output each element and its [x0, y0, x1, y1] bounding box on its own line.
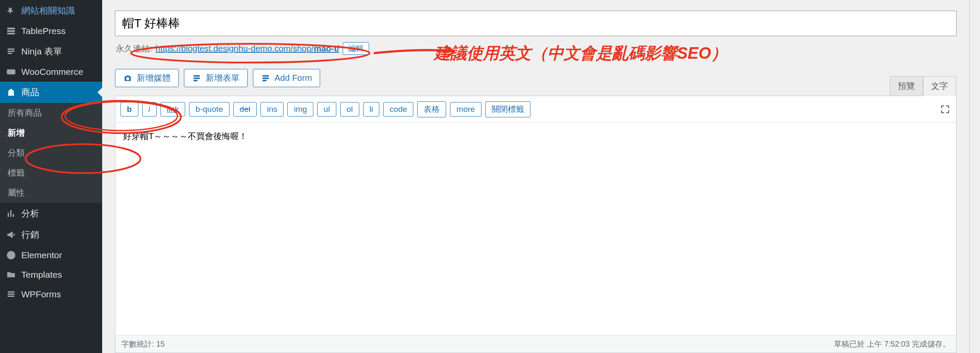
chart-icon: [6, 208, 16, 219]
toolbar-bold-button[interactable]: b: [120, 102, 138, 117]
permalink-row: 永久連結: https://blogtest.designhu-demo.com…: [116, 42, 956, 55]
editor-toolbar: b i link b-quote del ins img ul ol li co…: [115, 96, 956, 123]
toolbar-bquote-button[interactable]: b-quote: [189, 102, 229, 117]
svg-point-1: [7, 251, 15, 259]
sidebar-item-label: WPForms: [21, 289, 61, 299]
elementor-icon: [6, 250, 16, 260]
tab-text[interactable]: 文字: [923, 76, 956, 96]
sidebar-item-label: TablePress: [21, 26, 66, 36]
add-media-button[interactable]: 新增媒體: [115, 69, 179, 87]
toolbar-more-button[interactable]: more: [450, 102, 481, 117]
sidebar-item-label: 商品: [21, 86, 39, 98]
product-title-input[interactable]: [115, 11, 957, 36]
sidebar-item-label: Templates: [21, 270, 62, 280]
fullscreen-icon[interactable]: [939, 103, 951, 115]
save-status: 草稿已於 上午 7:52:03 完成儲存。: [834, 339, 950, 349]
camera-icon: [123, 74, 132, 83]
sidebar-item-label: 分析: [21, 208, 39, 219]
media-button-label: Add Form: [275, 73, 312, 83]
megaphone-icon: [6, 230, 16, 240]
media-buttons-row: 新增媒體 新增表單 Add Form: [115, 69, 957, 87]
table-icon: [6, 26, 16, 36]
tab-visual[interactable]: 預覽: [890, 76, 923, 96]
admin-sidebar: 網站相關知識 TablePress Ninja 表單 WooCommerce 商…: [0, 0, 102, 353]
sidebar-item-label: 網站相關知識: [21, 5, 75, 17]
permalink-slug: mao-t/: [314, 44, 339, 53]
sidebar-item-templates[interactable]: Templates: [0, 265, 102, 285]
media-button-label: 新增媒體: [137, 72, 171, 84]
sidebar-item-analytics[interactable]: 分析: [0, 203, 102, 224]
submenu-item-add-new[interactable]: 新增: [0, 123, 102, 143]
sidebar-item-label: WooCommerce: [21, 67, 83, 77]
list-icon: [6, 289, 16, 299]
sidebar-item-elementor[interactable]: Elementor: [0, 245, 102, 265]
sidebar-item-label: Ninja 表單: [21, 46, 62, 57]
editor: 預覽 文字 b i link b-quote del ins img ul ol…: [115, 96, 957, 353]
editor-status-bar: 字數統計: 15 草稿已於 上午 7:52:03 完成儲存。: [115, 335, 956, 353]
main-content: 永久連結: https://blogtest.designhu-demo.com…: [102, 0, 969, 353]
permalink-link[interactable]: https://blogtest.designhu-demo.com/shop/…: [156, 44, 339, 54]
folder-icon: [6, 270, 16, 280]
content-textarea[interactable]: [115, 123, 956, 335]
sidebar-submenu: 所有商品 新增 分類 標籤 屬性: [0, 103, 102, 203]
svg-rect-0: [7, 69, 15, 74]
submenu-item-attributes[interactable]: 屬性: [0, 183, 102, 203]
toolbar-ol-button[interactable]: ol: [340, 102, 359, 117]
sidebar-item-products[interactable]: 商品: [0, 82, 102, 103]
editor-tabs: 預覽 文字: [890, 76, 956, 96]
media-button-label: 新增表單: [206, 72, 240, 84]
toolbar-close-tags-button[interactable]: 關閉標籤: [485, 101, 530, 117]
woo-icon: [6, 67, 16, 77]
sidebar-item-site-knowledge[interactable]: 網站相關知識: [0, 0, 102, 21]
right-strip: [969, 0, 980, 353]
sidebar-item-ninja-forms[interactable]: Ninja 表單: [0, 41, 102, 62]
sidebar-item-tablepress[interactable]: TablePress: [0, 21, 102, 41]
toolbar-table-button[interactable]: 表格: [417, 101, 446, 117]
toolbar-italic-button[interactable]: i: [142, 102, 157, 117]
sidebar-item-woocommerce[interactable]: WooCommerce: [0, 62, 102, 82]
toolbar-link-button[interactable]: link: [160, 102, 186, 117]
toolbar-code-button[interactable]: code: [383, 102, 413, 117]
submenu-item-categories[interactable]: 分類: [0, 143, 102, 163]
toolbar-img-button[interactable]: img: [287, 102, 313, 117]
sidebar-item-marketing[interactable]: 行銷: [0, 224, 102, 245]
permalink-label: 永久連結:: [116, 43, 152, 54]
add-form-button-1[interactable]: 新增表單: [184, 69, 248, 87]
toolbar-ins-button[interactable]: ins: [261, 102, 284, 117]
edit-slug-button[interactable]: 編輯: [343, 42, 369, 55]
form-icon: [261, 74, 270, 83]
form-icon: [192, 74, 201, 83]
toolbar-li-button[interactable]: li: [363, 102, 379, 117]
toolbar-del-button[interactable]: del: [233, 102, 257, 117]
sidebar-item-wpforms[interactable]: WPForms: [0, 285, 102, 304]
bag-icon: [6, 87, 16, 97]
sidebar-item-label: 行銷: [21, 229, 39, 241]
word-count: 字數統計: 15: [121, 339, 165, 349]
list-icon: [6, 46, 16, 57]
submenu-item-tags[interactable]: 標籤: [0, 163, 102, 183]
toolbar-ul-button[interactable]: ul: [317, 102, 336, 117]
sidebar-item-label: Elementor: [21, 250, 62, 260]
submenu-item-all-products[interactable]: 所有商品: [0, 103, 102, 123]
pin-icon: [6, 6, 16, 16]
add-form-button-2[interactable]: Add Form: [253, 69, 320, 87]
